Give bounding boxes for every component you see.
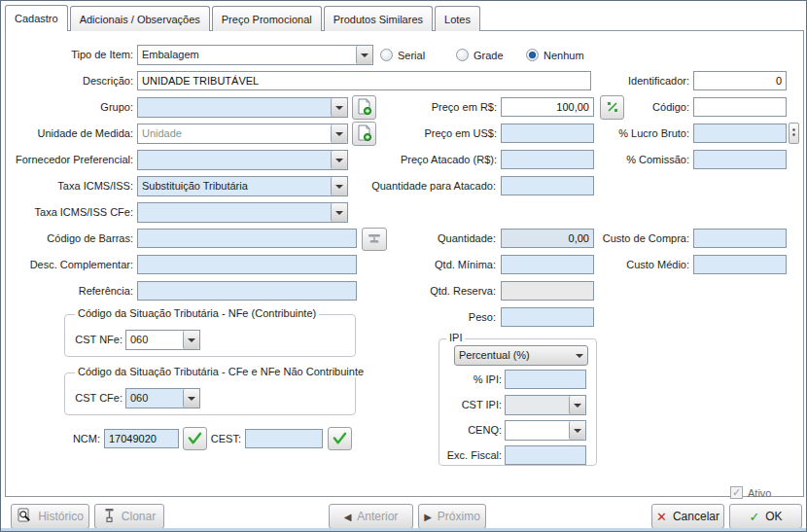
taxa-icms-cfe-select[interactable] [137,202,348,223]
cenq-select[interactable] [505,420,586,441]
radio-nenhum-label: Nenhum [544,50,584,61]
unidade-medida-label: Unidade de Medida: [9,126,133,141]
radio-grade[interactable]: Grade [456,48,504,62]
preco-atacado-label: Preço Atacado (R$): [370,153,497,167]
ativo-label: Ativo [748,486,787,501]
codigo-input[interactable] [693,97,787,117]
tab-preco-promocional[interactable]: Preço Promocional [212,6,322,31]
cst-ipi-select[interactable] [505,395,586,415]
proximo-button[interactable]: ▶ Próximo [418,504,486,529]
qtd-reserva-input [501,281,594,301]
peso-input[interactable] [501,307,594,327]
tab-cadastro-label: Cadastro [15,13,58,24]
peso-label: Peso: [368,310,496,325]
chevron-down-icon[interactable] [571,346,587,365]
radio-grade-label: Grade [474,50,504,61]
chevron-down-icon[interactable] [356,46,372,64]
lucro-bruto-label: % Lucro Bruto: [584,126,689,141]
chevron-down-icon[interactable] [331,124,347,143]
comissao-input[interactable] [693,150,787,169]
codigo-barras-label: Código de Barras: [9,231,133,246]
ipi-mode-value: Percentual (%) [455,346,571,365]
exc-fiscal-input[interactable] [505,445,586,465]
ipi-mode-select[interactable]: Percentual (%) [454,345,588,366]
ok-button[interactable]: ✓ OK [729,504,802,529]
tab-adicionais-observacoes[interactable]: Adicionais / Observações [70,6,210,31]
identificador-input[interactable] [693,71,787,90]
cest-input[interactable] [245,429,323,448]
tab-bar: Cadastro Adicionais / Observações Preço … [5,5,482,31]
grupo-select[interactable] [137,97,348,118]
chevron-down-icon[interactable] [331,177,347,195]
taxa-icms-select[interactable]: Substituição Tributária [137,176,348,196]
quantidade-input[interactable] [501,229,594,248]
tab-cadastro[interactable]: Cadastro [5,5,68,31]
cst-cfe-groupbox-title: Código da Situação Tributária - CFe e NF… [75,366,367,377]
custo-medio-input[interactable] [693,255,787,274]
arrow-left-icon: ◀ [344,512,352,522]
identificador-label: Identificador: [575,74,689,89]
codigo-barras-input[interactable] [137,229,357,248]
ncm-validate-button[interactable] [183,427,207,450]
radio-selected-icon [526,49,539,61]
preco-uss-input[interactable] [501,124,594,143]
cst-nfe-value: 060 [126,331,183,349]
radio-nenhum[interactable]: Nenhum [526,48,584,62]
custo-compra-input[interactable] [693,229,787,248]
grupo-label: Grupo: [9,100,133,115]
exc-fiscal-label: Exc. Fiscal: [421,448,502,463]
unidade-medida-select[interactable]: Unidade [137,124,348,144]
desc-complementar-input[interactable] [137,255,357,274]
product-registration-window: Cadastro Adicionais / Observações Preço … [0,0,807,532]
pct-ipi-input[interactable] [505,370,586,389]
custo-compra-label: Custo de Compra: [584,231,689,246]
descricao-input[interactable] [137,71,591,90]
ativo-checkbox[interactable]: ✓ [730,486,743,499]
cst-nfe-select[interactable]: 060 [125,330,200,350]
chevron-down-icon[interactable] [331,151,347,169]
ok-label: OK [765,510,782,523]
chevron-down-icon[interactable] [183,389,199,408]
cest-validate-button[interactable] [328,427,352,450]
taxa-icms-value: Substituição Tributária [138,177,331,195]
taxa-icms-label: Taxa ICMS/ISS: [9,179,133,194]
tab-adicionais-label: Adicionais / Observações [80,14,200,25]
cst-nfe-label: CST NFe: [69,333,123,347]
tab-produtos-similares[interactable]: Produtos Similares [324,6,433,31]
taxa-icms-cfe-label: Taxa ICMS/ISS CFe: [9,205,133,220]
radio-circle-icon [380,49,393,61]
anterior-button[interactable]: ◀ Anterior [329,504,413,529]
anterior-label: Anterior [357,510,398,523]
cst-nfe-groupbox-title: Código da Situação Tributária - NFe (Con… [75,307,319,319]
lucro-bruto-input[interactable] [693,124,787,143]
fornecedor-select[interactable] [137,150,348,170]
lucro-bruto-expand-button[interactable] [789,123,799,144]
ncm-input[interactable] [104,429,179,448]
tipo-de-item-select[interactable]: Embalagem [137,45,373,65]
historico-label: Histórico [38,510,84,523]
preco-uss-label: Preço em US$: [370,126,497,141]
preco-atacado-input[interactable] [501,150,594,169]
radio-serial[interactable]: Serial [380,48,425,62]
chevron-down-icon[interactable] [569,421,585,440]
qtd-minima-input[interactable] [501,255,594,274]
chevron-down-icon[interactable] [331,98,347,117]
clonar-button[interactable]: Clonar [94,504,164,529]
referencia-input[interactable] [137,281,357,301]
descricao-label: Descrição: [9,74,133,89]
radio-circle-icon [456,49,469,61]
chevron-down-icon[interactable] [569,396,585,414]
ncm-label: NCM: [55,432,100,446]
preco-rs-label: Preço em R$: [370,100,497,115]
historico-button[interactable]: Histórico [11,504,89,529]
chevron-down-icon[interactable] [331,203,347,222]
chevron-down-icon[interactable] [183,331,199,349]
radio-serial-label: Serial [398,50,425,61]
tipo-de-item-label: Tipo de Item: [9,48,133,62]
qtd-atacado-input[interactable] [501,176,594,195]
qtd-minima-label: Qtd. Mínima: [368,258,496,272]
tab-lotes[interactable]: Lotes [435,6,480,31]
check-icon [333,432,347,446]
cst-cfe-select[interactable]: 060 [125,388,200,408]
cancelar-button[interactable]: ✕ Cancelar [651,504,724,529]
